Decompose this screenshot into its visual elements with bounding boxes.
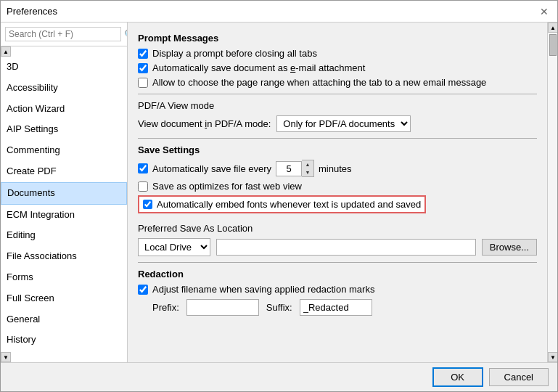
suffix-label: Suffix:	[266, 302, 292, 313]
sidebar-item-aip-settings[interactable]: AIP Settings	[1, 119, 127, 140]
adjust-filename-row: Adjust filename when saving applied reda…	[138, 284, 537, 295]
fast-web-checkbox[interactable]	[138, 181, 148, 192]
cb3-row: Allow to choose the page range when atta…	[138, 77, 537, 88]
cb3-checkbox[interactable]	[138, 78, 148, 88]
adjust-filename-checkbox[interactable]	[138, 285, 148, 295]
search-input[interactable]	[5, 27, 121, 41]
sidebar-item-commenting[interactable]: Commenting	[1, 140, 127, 161]
main-panel: Prompt Messages Display a prompt before …	[128, 23, 547, 362]
scroll-up-arrow[interactable]: ▲	[548, 23, 557, 33]
pdfa-dropdown[interactable]: Only for PDF/A documents Never Always	[276, 115, 411, 132]
divider-3	[138, 262, 537, 263]
location-dropdown[interactable]: Local Drive SharePoint Network	[138, 238, 210, 256]
divider-1	[138, 94, 537, 94]
cb1-label: Display a prompt before closing all tabs	[152, 48, 317, 59]
sidebar-item-forms[interactable]: Forms	[1, 267, 127, 288]
sidebar-item-general[interactable]: General	[1, 309, 127, 330]
save-settings-label: Save Settings	[138, 144, 537, 155]
sidebar: 🔍 ▲ 3DAccessibilityAction WizardAIP Sett…	[1, 23, 128, 362]
embed-fonts-wrapper: Automatically embed fonts whenever text …	[138, 195, 537, 217]
preferences-dialog: Preferences ✕ 🔍 ▲ 3DAccessibilityAction …	[0, 0, 558, 392]
sidebar-item-accessibility[interactable]: Accessibility	[1, 78, 127, 99]
spin-buttons: ▲ ▼	[302, 160, 314, 177]
sidebar-item-full-screen[interactable]: Full Screen	[1, 288, 127, 309]
footer: OK Cancel	[1, 362, 557, 391]
prefix-input[interactable]	[186, 299, 259, 316]
auto-save-label: Automatically save file every	[152, 163, 271, 174]
embed-fonts-highlighted: Automatically embed fonts whenever text …	[138, 195, 426, 213]
cb2-row: Automatically save document as e-mail at…	[138, 62, 537, 73]
sidebar-item-identity[interactable]: Identity	[1, 351, 127, 352]
dialog-title: Preferences	[7, 6, 57, 17]
spin-down[interactable]: ▼	[302, 168, 313, 176]
view-doc-label: View document in PDF/A mode:	[138, 118, 271, 129]
close-button[interactable]: ✕	[537, 4, 551, 19]
title-bar: Preferences ✕	[1, 1, 557, 23]
redaction-label: Redaction	[138, 269, 537, 279]
sidebar-item-history[interactable]: History	[1, 330, 127, 351]
prefix-suffix-row: Prefix: Suffix:	[138, 299, 537, 316]
scroll-thumb[interactable]	[549, 34, 557, 56]
path-input[interactable]	[216, 239, 476, 256]
minutes-spinner: ▲ ▼	[276, 160, 314, 177]
right-scrollbar[interactable]: ▲ ▼	[547, 23, 557, 362]
embed-fonts-checkbox[interactable]	[143, 200, 152, 209]
auto-save-checkbox[interactable]	[138, 163, 148, 173]
auto-save-row: Automatically save file every ▲ ▼ minute…	[138, 160, 537, 177]
sidebar-item-file-associations[interactable]: File Associations	[1, 246, 127, 267]
scroll-down-arrow[interactable]: ▼	[548, 352, 557, 362]
cb1-row: Display a prompt before closing all tabs	[138, 48, 537, 59]
preferred-save-label: Preferred Save As Location	[138, 223, 537, 234]
sidebar-scroll-up[interactable]: ▲	[1, 46, 11, 57]
scroll-track	[548, 33, 557, 352]
pdfa-row: View document in PDF/A mode: Only for PD…	[138, 115, 537, 132]
spin-up[interactable]: ▲	[302, 160, 313, 168]
cancel-button[interactable]: Cancel	[489, 368, 549, 386]
preferred-save-row: Local Drive SharePoint Network Browse...	[138, 238, 537, 256]
fast-web-label: Save as optimizes for fast web view	[152, 181, 302, 192]
prompt-messages-label: Prompt Messages	[138, 33, 537, 44]
pdfa-label: PDF/A View mode	[138, 100, 537, 111]
divider-2	[138, 138, 537, 139]
adjust-filename-label: Adjust filename when saving applied reda…	[152, 284, 374, 295]
minutes-input[interactable]	[276, 161, 302, 176]
sidebar-list: 3DAccessibilityAction WizardAIP Settings…	[1, 57, 127, 352]
sidebar-item-ecm-integration[interactable]: ECM Integration	[1, 205, 127, 226]
sidebar-item-action-wizard[interactable]: Action Wizard	[1, 99, 127, 120]
fast-web-row: Save as optimizes for fast web view	[138, 181, 537, 192]
embed-fonts-label: Automatically embed fonts whenever text …	[157, 199, 421, 210]
ok-button[interactable]: OK	[432, 367, 483, 387]
prefix-label: Prefix:	[152, 302, 179, 313]
sidebar-item-editing[interactable]: Editing	[1, 225, 127, 246]
search-box: 🔍	[1, 23, 127, 46]
sidebar-item-documents[interactable]: Documents	[1, 182, 127, 205]
cb3-label: Allow to choose the page range when atta…	[152, 77, 486, 88]
suffix-input[interactable]	[300, 299, 372, 316]
cb2-checkbox[interactable]	[138, 63, 148, 73]
sidebar-scroll-down[interactable]: ▼	[1, 352, 11, 362]
cb1-checkbox[interactable]	[138, 49, 148, 59]
browse-button[interactable]: Browse...	[482, 239, 537, 256]
content-area: 🔍 ▲ 3DAccessibilityAction WizardAIP Sett…	[1, 23, 557, 362]
cb2-label: Automatically save document as e-mail at…	[152, 62, 365, 73]
sidebar-item-3d[interactable]: 3D	[1, 57, 127, 78]
sidebar-item-create-pdf[interactable]: Create PDF	[1, 161, 127, 182]
minutes-label: minutes	[319, 163, 352, 174]
